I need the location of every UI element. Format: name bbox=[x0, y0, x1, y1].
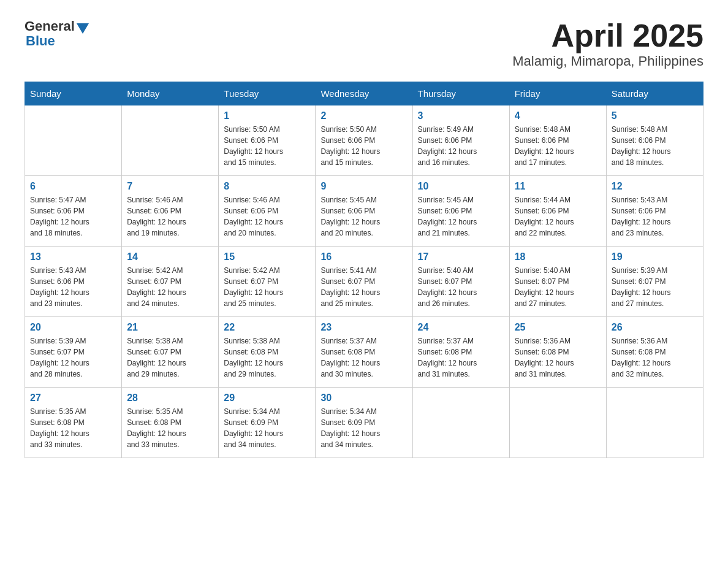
day-info: Sunrise: 5:42 AM Sunset: 6:07 PM Dayligh… bbox=[224, 265, 310, 309]
day-number: 16 bbox=[320, 251, 407, 262]
day-number: 11 bbox=[515, 181, 601, 192]
table-row bbox=[122, 105, 219, 176]
col-sunday: Sunday bbox=[25, 82, 122, 105]
day-number: 14 bbox=[127, 251, 213, 262]
day-info: Sunrise: 5:49 AM Sunset: 6:06 PM Dayligh… bbox=[418, 124, 504, 168]
table-row bbox=[412, 388, 509, 458]
day-number: 15 bbox=[224, 251, 310, 262]
col-wednesday: Wednesday bbox=[316, 82, 412, 105]
day-info: Sunrise: 5:48 AM Sunset: 6:06 PM Dayligh… bbox=[515, 124, 601, 168]
table-row: 29Sunrise: 5:34 AM Sunset: 6:09 PM Dayli… bbox=[219, 388, 316, 458]
col-friday: Friday bbox=[509, 82, 606, 105]
table-row: 20Sunrise: 5:39 AM Sunset: 6:07 PM Dayli… bbox=[25, 317, 122, 388]
day-info: Sunrise: 5:48 AM Sunset: 6:06 PM Dayligh… bbox=[612, 124, 698, 168]
calendar-week-row: 20Sunrise: 5:39 AM Sunset: 6:07 PM Dayli… bbox=[25, 317, 703, 388]
day-number: 20 bbox=[30, 322, 116, 333]
day-number: 8 bbox=[224, 181, 310, 192]
day-info: Sunrise: 5:39 AM Sunset: 6:07 PM Dayligh… bbox=[30, 335, 116, 380]
table-row: 21Sunrise: 5:38 AM Sunset: 6:07 PM Dayli… bbox=[122, 317, 219, 388]
day-number: 3 bbox=[418, 110, 504, 121]
day-number: 26 bbox=[612, 322, 698, 333]
day-number: 13 bbox=[30, 251, 116, 262]
day-number: 12 bbox=[612, 181, 698, 192]
table-row: 24Sunrise: 5:37 AM Sunset: 6:08 PM Dayli… bbox=[412, 317, 509, 388]
day-info: Sunrise: 5:42 AM Sunset: 6:07 PM Dayligh… bbox=[127, 265, 213, 309]
calendar-week-row: 13Sunrise: 5:43 AM Sunset: 6:06 PM Dayli… bbox=[25, 247, 703, 317]
day-info: Sunrise: 5:47 AM Sunset: 6:06 PM Dayligh… bbox=[30, 194, 116, 239]
day-number: 10 bbox=[418, 181, 504, 192]
day-number: 19 bbox=[612, 251, 698, 262]
table-row: 26Sunrise: 5:36 AM Sunset: 6:08 PM Dayli… bbox=[606, 317, 703, 388]
day-info: Sunrise: 5:36 AM Sunset: 6:08 PM Dayligh… bbox=[612, 335, 698, 380]
col-thursday: Thursday bbox=[412, 82, 509, 105]
page-header: General Blue April 2025 Malamig, Mimarop… bbox=[25, 18, 703, 69]
day-info: Sunrise: 5:41 AM Sunset: 6:07 PM Dayligh… bbox=[320, 265, 407, 309]
table-row bbox=[25, 105, 122, 176]
calendar-week-row: 27Sunrise: 5:35 AM Sunset: 6:08 PM Dayli… bbox=[25, 388, 703, 458]
logo-general-text: General bbox=[25, 18, 75, 34]
table-row: 14Sunrise: 5:42 AM Sunset: 6:07 PM Dayli… bbox=[122, 247, 219, 317]
title-block: April 2025 Malamig, Mimaropa, Philippine… bbox=[512, 18, 703, 69]
table-row: 5Sunrise: 5:48 AM Sunset: 6:06 PM Daylig… bbox=[606, 105, 703, 176]
col-saturday: Saturday bbox=[606, 82, 703, 105]
day-number: 6 bbox=[30, 181, 116, 192]
table-row: 1Sunrise: 5:50 AM Sunset: 6:06 PM Daylig… bbox=[219, 105, 316, 176]
day-number: 9 bbox=[320, 181, 407, 192]
table-row: 10Sunrise: 5:45 AM Sunset: 6:06 PM Dayli… bbox=[412, 176, 509, 247]
table-row: 11Sunrise: 5:44 AM Sunset: 6:06 PM Dayli… bbox=[509, 176, 606, 247]
col-monday: Monday bbox=[122, 82, 219, 105]
day-number: 4 bbox=[515, 110, 601, 121]
day-info: Sunrise: 5:35 AM Sunset: 6:08 PM Dayligh… bbox=[127, 406, 213, 450]
day-number: 29 bbox=[224, 393, 310, 404]
day-info: Sunrise: 5:37 AM Sunset: 6:08 PM Dayligh… bbox=[418, 335, 504, 380]
table-row: 23Sunrise: 5:37 AM Sunset: 6:08 PM Dayli… bbox=[316, 317, 412, 388]
table-row: 7Sunrise: 5:46 AM Sunset: 6:06 PM Daylig… bbox=[122, 176, 219, 247]
table-row: 6Sunrise: 5:47 AM Sunset: 6:06 PM Daylig… bbox=[25, 176, 122, 247]
day-number: 2 bbox=[320, 110, 407, 121]
table-row bbox=[509, 388, 606, 458]
table-row: 27Sunrise: 5:35 AM Sunset: 6:08 PM Dayli… bbox=[25, 388, 122, 458]
page-subtitle: Malamig, Mimaropa, Philippines bbox=[512, 53, 703, 69]
day-info: Sunrise: 5:35 AM Sunset: 6:08 PM Dayligh… bbox=[30, 406, 116, 450]
day-info: Sunrise: 5:50 AM Sunset: 6:06 PM Dayligh… bbox=[224, 124, 310, 168]
logo-arrow-icon bbox=[77, 23, 89, 34]
table-row: 9Sunrise: 5:45 AM Sunset: 6:06 PM Daylig… bbox=[316, 176, 412, 247]
table-row: 13Sunrise: 5:43 AM Sunset: 6:06 PM Dayli… bbox=[25, 247, 122, 317]
day-info: Sunrise: 5:34 AM Sunset: 6:09 PM Dayligh… bbox=[224, 406, 310, 450]
table-row: 19Sunrise: 5:39 AM Sunset: 6:07 PM Dayli… bbox=[606, 247, 703, 317]
day-info: Sunrise: 5:38 AM Sunset: 6:08 PM Dayligh… bbox=[224, 335, 310, 380]
table-row: 28Sunrise: 5:35 AM Sunset: 6:08 PM Dayli… bbox=[122, 388, 219, 458]
day-number: 22 bbox=[224, 322, 310, 333]
calendar-week-row: 6Sunrise: 5:47 AM Sunset: 6:06 PM Daylig… bbox=[25, 176, 703, 247]
day-number: 21 bbox=[127, 322, 213, 333]
table-row: 3Sunrise: 5:49 AM Sunset: 6:06 PM Daylig… bbox=[412, 105, 509, 176]
day-info: Sunrise: 5:50 AM Sunset: 6:06 PM Dayligh… bbox=[320, 124, 407, 168]
table-row: 25Sunrise: 5:36 AM Sunset: 6:08 PM Dayli… bbox=[509, 317, 606, 388]
day-info: Sunrise: 5:37 AM Sunset: 6:08 PM Dayligh… bbox=[320, 335, 407, 380]
table-row: 30Sunrise: 5:34 AM Sunset: 6:09 PM Dayli… bbox=[316, 388, 412, 458]
table-row bbox=[606, 388, 703, 458]
table-row: 8Sunrise: 5:46 AM Sunset: 6:06 PM Daylig… bbox=[219, 176, 316, 247]
table-row: 18Sunrise: 5:40 AM Sunset: 6:07 PM Dayli… bbox=[509, 247, 606, 317]
table-row: 2Sunrise: 5:50 AM Sunset: 6:06 PM Daylig… bbox=[316, 105, 412, 176]
calendar-week-row: 1Sunrise: 5:50 AM Sunset: 6:06 PM Daylig… bbox=[25, 105, 703, 176]
day-info: Sunrise: 5:44 AM Sunset: 6:06 PM Dayligh… bbox=[515, 194, 601, 239]
day-info: Sunrise: 5:40 AM Sunset: 6:07 PM Dayligh… bbox=[418, 265, 504, 309]
table-row: 16Sunrise: 5:41 AM Sunset: 6:07 PM Dayli… bbox=[316, 247, 412, 317]
day-info: Sunrise: 5:46 AM Sunset: 6:06 PM Dayligh… bbox=[224, 194, 310, 239]
day-info: Sunrise: 5:43 AM Sunset: 6:06 PM Dayligh… bbox=[30, 265, 116, 309]
calendar-table: Sunday Monday Tuesday Wednesday Thursday… bbox=[25, 82, 703, 458]
day-number: 27 bbox=[30, 393, 116, 404]
day-info: Sunrise: 5:36 AM Sunset: 6:08 PM Dayligh… bbox=[515, 335, 601, 380]
day-number: 1 bbox=[224, 110, 310, 121]
day-number: 7 bbox=[127, 181, 213, 192]
day-info: Sunrise: 5:45 AM Sunset: 6:06 PM Dayligh… bbox=[320, 194, 407, 239]
day-number: 30 bbox=[320, 393, 407, 404]
day-number: 17 bbox=[418, 251, 504, 262]
day-number: 28 bbox=[127, 393, 213, 404]
day-number: 5 bbox=[612, 110, 698, 121]
day-info: Sunrise: 5:45 AM Sunset: 6:06 PM Dayligh… bbox=[418, 194, 504, 239]
day-info: Sunrise: 5:43 AM Sunset: 6:06 PM Dayligh… bbox=[612, 194, 698, 239]
col-tuesday: Tuesday bbox=[219, 82, 316, 105]
calendar-header-row: Sunday Monday Tuesday Wednesday Thursday… bbox=[25, 82, 703, 105]
